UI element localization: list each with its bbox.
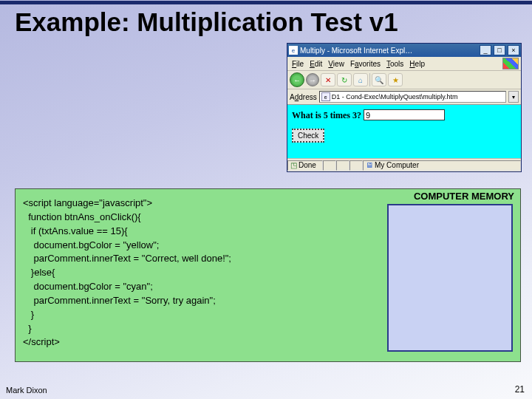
search-button[interactable]: 🔍 <box>372 73 386 86</box>
back-button[interactable]: ← <box>290 72 304 87</box>
menu-file[interactable]: File <box>290 59 306 69</box>
computer-memory-label: COMPUTER MEMORY <box>414 191 514 202</box>
windows-logo-icon <box>502 58 519 69</box>
slide-title: Example: Multiplication Test v1 <box>15 7 398 37</box>
check-button[interactable]: Check <box>292 129 324 143</box>
close-button[interactable]: × <box>508 45 519 55</box>
my-computer-icon: 🖥 <box>366 161 373 169</box>
menu-favorites[interactable]: Favorites <box>348 59 383 69</box>
done-icon: ◳ <box>290 161 297 169</box>
window-title-text: Multiply - Microsoft Internet Expl… <box>300 47 477 55</box>
favorites-button[interactable]: ★ <box>388 73 403 86</box>
refresh-button[interactable]: ↻ <box>337 73 352 86</box>
status-done-text: Done <box>299 161 316 169</box>
slide-accent-bar <box>0 1 532 4</box>
toolbar-separator <box>369 73 370 86</box>
address-value: D1 - Cond-Exec\MultiplyQuest\multiply.ht… <box>332 93 458 100</box>
question-text: What is 5 times 3? <box>292 110 361 120</box>
browser-content: What is 5 times 3? Check <box>287 105 521 158</box>
footer-page-number: 21 <box>515 384 525 395</box>
status-done: ◳ Done <box>287 160 323 171</box>
address-bar: Address e D1 - Cond-Exec\MultiplyQuest\m… <box>287 89 521 105</box>
minimize-button[interactable]: _ <box>480 45 491 55</box>
address-label: Address <box>290 93 317 101</box>
footer-author: Mark Dixon <box>6 386 47 395</box>
maximize-button[interactable]: □ <box>494 45 505 55</box>
code-block: <script language="javascript"> function … <box>23 197 370 349</box>
browser-toolbar: ← → ✕ ↻ ⌂ 🔍 ★ <box>287 71 521 89</box>
menu-view[interactable]: View <box>326 59 347 69</box>
forward-button[interactable]: → <box>306 73 319 86</box>
browser-menubar: File Edit View Favorites Tools Help <box>287 57 521 71</box>
address-dropdown[interactable]: ▾ <box>508 91 519 103</box>
browser-statusbar: ◳ Done 🖥 My Computer <box>287 158 521 171</box>
stop-button[interactable]: ✕ <box>321 73 335 86</box>
status-spacer-3 <box>349 160 363 171</box>
page-icon: e <box>321 92 330 101</box>
browser-window: e Multiply - Microsoft Internet Expl… _ … <box>287 43 522 172</box>
browser-titlebar: e Multiply - Microsoft Internet Expl… _ … <box>287 44 521 57</box>
status-spacer-2 <box>336 160 349 171</box>
menu-edit[interactable]: Edit <box>307 59 324 69</box>
status-spacer-1 <box>323 160 336 171</box>
home-button[interactable]: ⌂ <box>353 73 368 86</box>
answer-input[interactable] <box>364 109 445 120</box>
status-my-computer-text: My Computer <box>375 161 419 169</box>
code-panel: COMPUTER MEMORY <script language="javasc… <box>15 188 521 362</box>
ie-favicon: e <box>289 46 298 55</box>
menu-tools[interactable]: Tools <box>384 59 406 69</box>
address-input[interactable]: e D1 - Cond-Exec\MultiplyQuest\multiply.… <box>319 91 506 103</box>
status-zone: 🖥 My Computer <box>363 160 521 171</box>
computer-memory-box <box>387 204 513 352</box>
menu-help[interactable]: Help <box>407 59 427 69</box>
